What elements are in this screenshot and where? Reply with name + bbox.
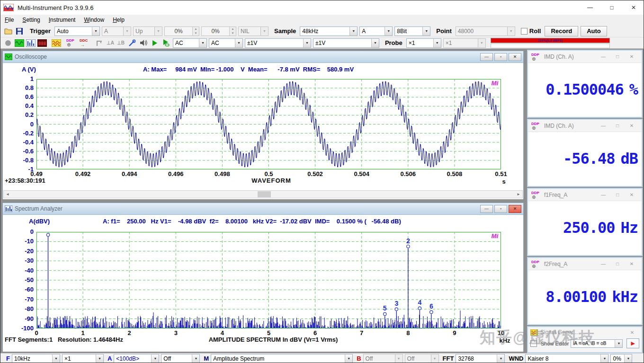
meter-titlebar[interactable]: DDP⊕ f1Freq_A —□✕ [528,189,642,201]
y-tick-label: -10 [14,238,34,245]
spectrum-titlebar[interactable]: Spectrum Analyzer — ▫ ✕ [3,203,523,215]
maximize-button[interactable]: □ [610,261,625,266]
meter-titlebar[interactable]: DDP⊕ IMD (Ch. A) —□✕ [528,120,642,132]
coupling-a-select[interactable]: AC [173,38,207,48]
close-button[interactable]: ✕ [625,192,639,197]
close-button[interactable]: ✕ [625,54,639,59]
menu-instrument[interactable]: Instrument [45,16,80,24]
probe-b-select[interactable]: ×1 [443,38,486,48]
maximize-button[interactable]: □ [610,123,625,128]
sampling-channel-select[interactable]: A [359,27,393,36]
menu-help[interactable]: Help [108,16,129,24]
range-b-select[interactable]: Off [363,354,403,363]
mi-logo: Mi [492,80,498,87]
trigger-delay-spinner[interactable]: 0% [201,27,236,36]
maximize-button[interactable]: □ [601,0,623,15]
ground-a-icon[interactable]: ⊥A [107,40,114,45]
trigger-level-spinner[interactable]: 0% [164,27,199,36]
routing-select[interactable]: iA = oA, iB = oB [571,339,623,348]
minimize-button[interactable]: — [596,123,610,128]
close-button[interactable]: ✕ [509,205,521,213]
maximize-button[interactable]: ▫ [494,205,507,213]
show-editor-checkbox[interactable] [530,340,537,347]
ddp-viewer-icon[interactable]: DDP⊕ [66,38,77,48]
range-a-select[interactable]: ±1V [245,38,311,48]
siggen-title: Signal Gener... [540,329,578,336]
toolbar-analysis: F 10kHz ×1 A <100dB> Off M Amplitude Spe… [0,353,644,363]
record-points-select[interactable]: 48000 [456,27,515,36]
close-button[interactable]: ✕ [509,53,521,61]
close-button[interactable]: ✕ [625,261,639,266]
trigger-slope-select[interactable]: Up [133,27,162,36]
overlap-select[interactable]: 0% [610,354,632,363]
spinner-arrows-icon[interactable] [229,27,236,35]
run-icon[interactable] [150,39,160,47]
siggen-titlebar[interactable]: Signal Gener... ✕ [528,327,642,337]
svg-text:3: 3 [394,300,398,307]
window-func-select[interactable]: Kaiser 8 [525,354,608,363]
probe-calibration-icon[interactable] [95,39,105,47]
maximize-button[interactable]: □ [610,192,625,197]
trigger-mode-select[interactable]: Auto [54,27,100,36]
minimize-button[interactable]: — [596,261,610,266]
close-button[interactable]: ✕ [623,0,644,15]
trigger-source-select[interactable]: A [102,27,131,36]
scroll-thumb[interactable] [258,191,271,197]
titlebar[interactable]: Multi-Instrument Pro 3.9.9.6 — □ ✕ [0,0,644,15]
close-button[interactable]: ✕ [625,330,639,335]
menu-file[interactable]: File [0,16,18,24]
freq-range-select[interactable]: 10kHz [12,354,60,363]
siggen-play-button[interactable] [626,338,639,348]
menu-setting[interactable]: Setting [18,16,44,24]
spinner-arrows-icon[interactable] [192,27,199,35]
device-test-plan-icon[interactable] [127,39,137,47]
roll-checkbox[interactable] [521,28,528,35]
probe-a-select[interactable]: ×1 [406,38,441,48]
window-title: Multi-Instrument Pro 3.9.9.6 [18,4,93,11]
signal-generator-icon[interactable] [52,39,61,47]
minimize-button[interactable]: — [480,205,493,213]
spectrum-analyzer-icon[interactable] [26,39,36,47]
open-file-icon[interactable] [3,27,13,35]
chevron-down-icon [123,27,131,35]
run-loop-icon[interactable] [161,39,171,47]
oscilloscope-plot[interactable]: Mi [36,79,501,169]
maximize-button[interactable]: □ [610,54,625,59]
meter-titlebar[interactable]: DDP⊕ IMD (Ch. A) —□✕ [528,51,642,63]
ground-b-icon[interactable]: ⊥B [117,40,125,45]
record-indicator-icon[interactable] [3,39,13,47]
ddc-icon[interactable]: DDC→ [79,38,90,48]
minimize-button[interactable]: — [596,54,610,59]
fft-size-select[interactable]: 32768 [456,354,505,363]
close-button[interactable]: ✕ [625,123,639,128]
analysis-mode-select[interactable]: Amplitude Spectrum [211,354,353,363]
range-b-select[interactable]: ±1V [313,38,379,48]
trigger-hpf-select[interactable]: NIL [238,27,268,36]
bit-depth-select[interactable]: 8Bit [394,27,430,36]
signal-generator-icon [530,329,538,336]
chevron-down-icon [349,27,357,35]
oscilloscope-icon[interactable] [15,39,24,47]
menu-window[interactable]: Window [80,16,108,24]
coupling-b-select[interactable]: AC [209,38,243,48]
speaker-icon[interactable] [139,39,148,47]
multimeter-icon[interactable]: 888 [37,39,47,47]
oscilloscope-titlebar[interactable]: Oscilloscope — ▫ ✕ [3,51,523,63]
spectrum-plot[interactable]: 123456 Mi [36,232,501,328]
maximize-button[interactable]: ▫ [494,53,507,61]
sampling-rate-select[interactable]: 48kHz [300,27,358,36]
minimize-button[interactable]: — [596,192,610,197]
scroll-left-icon[interactable]: ◄ [4,191,11,198]
auto-button[interactable]: Auto [581,26,607,36]
range-a-select[interactable]: <100dB> [114,354,159,363]
record-button[interactable]: Record [545,26,578,36]
freq-mult-select[interactable]: ×1 [62,354,104,363]
scope-hscrollbar[interactable]: ◄ ► [3,190,523,198]
save-icon[interactable] [15,27,24,35]
ref-b-select[interactable]: Off [405,354,439,363]
ref-a-select[interactable]: Off [161,354,200,363]
minimize-button[interactable]: — [480,53,493,61]
minimize-button[interactable]: — [579,0,601,15]
meter-titlebar[interactable]: DDP⊕ f2Freq_A —□✕ [528,258,642,270]
scroll-right-icon[interactable]: ► [515,191,522,198]
